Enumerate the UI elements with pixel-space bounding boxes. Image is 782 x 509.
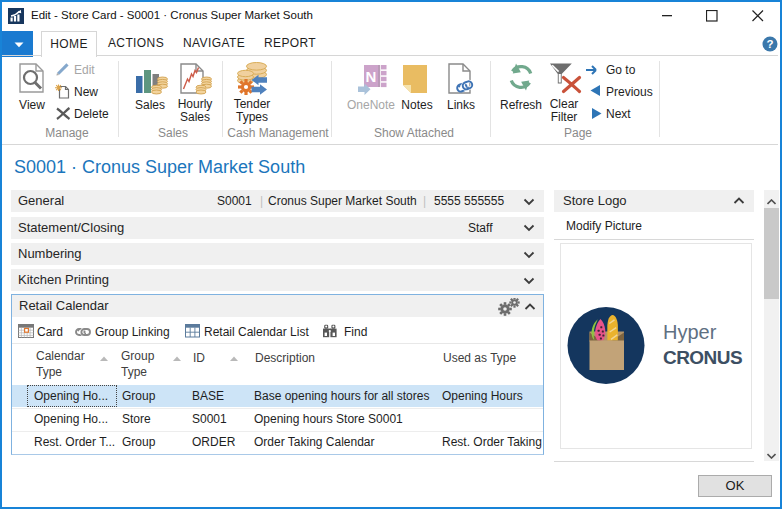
svg-text:?: ?: [766, 38, 773, 50]
svg-text:N: N: [366, 68, 377, 85]
